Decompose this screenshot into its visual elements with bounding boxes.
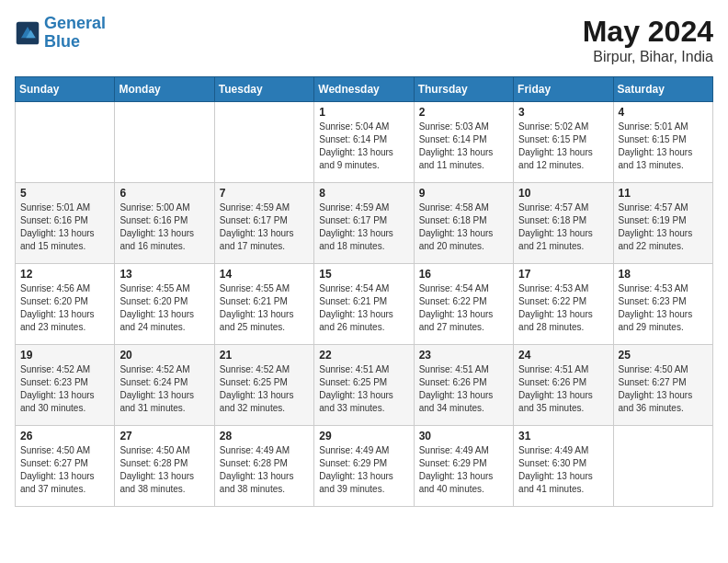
calendar-cell: 27Sunrise: 4:50 AM Sunset: 6:28 PM Dayli… <box>115 426 214 507</box>
day-info: Sunrise: 4:54 AM Sunset: 6:22 PM Dayligh… <box>419 282 508 334</box>
day-info: Sunrise: 5:01 AM Sunset: 6:16 PM Dayligh… <box>20 201 109 253</box>
day-number: 24 <box>518 349 608 362</box>
calendar-cell: 9Sunrise: 4:58 AM Sunset: 6:18 PM Daylig… <box>414 183 513 264</box>
day-info: Sunrise: 5:00 AM Sunset: 6:16 PM Dayligh… <box>119 201 209 253</box>
calendar-cell <box>115 102 214 183</box>
calendar-cell: 21Sunrise: 4:52 AM Sunset: 6:25 PM Dayli… <box>214 345 313 426</box>
day-info: Sunrise: 4:49 AM Sunset: 6:29 PM Dayligh… <box>319 444 408 496</box>
calendar-table: SundayMondayTuesdayWednesdayThursdayFrid… <box>15 76 713 507</box>
dow-header-saturday: Saturday <box>613 77 712 102</box>
day-info: Sunrise: 5:02 AM Sunset: 6:15 PM Dayligh… <box>518 121 608 172</box>
day-number: 6 <box>119 187 209 200</box>
day-info: Sunrise: 4:51 AM Sunset: 6:26 PM Dayligh… <box>518 363 608 415</box>
day-number: 21 <box>220 349 309 362</box>
day-info: Sunrise: 4:49 AM Sunset: 6:30 PM Dayligh… <box>518 444 608 496</box>
logo-icon <box>15 20 40 46</box>
day-number: 16 <box>419 268 508 281</box>
calendar-cell: 29Sunrise: 4:49 AM Sunset: 6:29 PM Dayli… <box>314 426 414 507</box>
calendar-cell: 8Sunrise: 4:59 AM Sunset: 6:17 PM Daylig… <box>314 183 414 264</box>
day-info: Sunrise: 4:52 AM Sunset: 6:23 PM Dayligh… <box>20 363 109 415</box>
title-block: May 2024 Birpur, Bihar, India <box>583 15 713 65</box>
calendar-cell: 20Sunrise: 4:52 AM Sunset: 6:24 PM Dayli… <box>115 345 214 426</box>
dow-header-sunday: Sunday <box>16 77 115 102</box>
day-number: 22 <box>319 349 408 362</box>
day-number: 26 <box>20 430 109 442</box>
day-number: 8 <box>319 187 408 200</box>
day-info: Sunrise: 4:54 AM Sunset: 6:21 PM Dayligh… <box>319 282 408 334</box>
calendar-cell: 5Sunrise: 5:01 AM Sunset: 6:16 PM Daylig… <box>16 183 115 264</box>
day-number: 14 <box>220 268 309 281</box>
day-number: 17 <box>518 268 608 281</box>
dow-header-friday: Friday <box>514 77 613 102</box>
calendar-cell: 22Sunrise: 4:51 AM Sunset: 6:25 PM Dayli… <box>314 345 414 426</box>
calendar-cell: 30Sunrise: 4:49 AM Sunset: 6:29 PM Dayli… <box>414 426 513 507</box>
calendar-cell: 10Sunrise: 4:57 AM Sunset: 6:18 PM Dayli… <box>514 183 613 264</box>
calendar-cell: 7Sunrise: 4:59 AM Sunset: 6:17 PM Daylig… <box>214 183 313 264</box>
calendar-cell <box>16 102 115 183</box>
day-info: Sunrise: 4:49 AM Sunset: 6:29 PM Dayligh… <box>419 444 508 496</box>
day-info: Sunrise: 4:57 AM Sunset: 6:18 PM Dayligh… <box>518 201 608 253</box>
day-number: 1 <box>319 106 408 119</box>
calendar-cell: 14Sunrise: 4:55 AM Sunset: 6:21 PM Dayli… <box>214 264 313 345</box>
day-number: 18 <box>619 268 708 281</box>
calendar-cell: 31Sunrise: 4:49 AM Sunset: 6:30 PM Dayli… <box>514 426 613 507</box>
day-number: 9 <box>419 187 508 200</box>
calendar-cell: 28Sunrise: 4:49 AM Sunset: 6:28 PM Dayli… <box>214 426 313 507</box>
dow-header-tuesday: Tuesday <box>214 77 313 102</box>
day-number: 11 <box>619 187 708 200</box>
day-number: 19 <box>20 349 109 362</box>
calendar-cell: 25Sunrise: 4:50 AM Sunset: 6:27 PM Dayli… <box>613 345 712 426</box>
calendar-cell: 18Sunrise: 4:53 AM Sunset: 6:23 PM Dayli… <box>613 264 712 345</box>
day-info: Sunrise: 4:50 AM Sunset: 6:27 PM Dayligh… <box>619 363 708 415</box>
dow-header-monday: Monday <box>115 77 214 102</box>
day-number: 2 <box>419 106 508 119</box>
day-number: 5 <box>20 187 109 200</box>
day-number: 15 <box>319 268 408 281</box>
day-number: 30 <box>419 430 508 442</box>
calendar-cell <box>613 426 712 507</box>
logo-text: General Blue <box>44 15 106 52</box>
day-info: Sunrise: 5:03 AM Sunset: 6:14 PM Dayligh… <box>419 121 508 172</box>
calendar-cell: 15Sunrise: 4:54 AM Sunset: 6:21 PM Dayli… <box>314 264 414 345</box>
day-info: Sunrise: 5:04 AM Sunset: 6:14 PM Dayligh… <box>319 121 408 172</box>
calendar-cell: 17Sunrise: 4:53 AM Sunset: 6:22 PM Dayli… <box>514 264 613 345</box>
day-info: Sunrise: 4:56 AM Sunset: 6:20 PM Dayligh… <box>20 282 109 334</box>
calendar-cell: 19Sunrise: 4:52 AM Sunset: 6:23 PM Dayli… <box>16 345 115 426</box>
day-info: Sunrise: 4:49 AM Sunset: 6:28 PM Dayligh… <box>220 444 309 496</box>
day-info: Sunrise: 4:52 AM Sunset: 6:25 PM Dayligh… <box>220 363 309 415</box>
day-info: Sunrise: 4:59 AM Sunset: 6:17 PM Dayligh… <box>319 201 408 253</box>
day-number: 7 <box>220 187 309 200</box>
day-number: 10 <box>518 187 608 200</box>
day-info: Sunrise: 4:51 AM Sunset: 6:26 PM Dayligh… <box>419 363 508 415</box>
day-info: Sunrise: 4:55 AM Sunset: 6:21 PM Dayligh… <box>220 282 309 334</box>
day-number: 29 <box>319 430 408 442</box>
calendar-cell: 26Sunrise: 4:50 AM Sunset: 6:27 PM Dayli… <box>16 426 115 507</box>
dow-header-thursday: Thursday <box>414 77 513 102</box>
day-info: Sunrise: 5:01 AM Sunset: 6:15 PM Dayligh… <box>619 121 708 172</box>
day-info: Sunrise: 4:55 AM Sunset: 6:20 PM Dayligh… <box>119 282 209 334</box>
day-info: Sunrise: 4:50 AM Sunset: 6:28 PM Dayligh… <box>119 444 209 496</box>
day-info: Sunrise: 4:58 AM Sunset: 6:18 PM Dayligh… <box>419 201 508 253</box>
dow-header-wednesday: Wednesday <box>314 77 414 102</box>
day-number: 20 <box>119 349 209 362</box>
calendar-cell: 12Sunrise: 4:56 AM Sunset: 6:20 PM Dayli… <box>16 264 115 345</box>
day-info: Sunrise: 4:57 AM Sunset: 6:19 PM Dayligh… <box>619 201 708 253</box>
day-info: Sunrise: 4:50 AM Sunset: 6:27 PM Dayligh… <box>20 444 109 496</box>
day-number: 27 <box>119 430 209 442</box>
day-number: 25 <box>619 349 708 362</box>
day-number: 31 <box>518 430 608 442</box>
calendar-cell <box>214 102 313 183</box>
calendar-cell: 11Sunrise: 4:57 AM Sunset: 6:19 PM Dayli… <box>613 183 712 264</box>
location-title: Birpur, Bihar, India <box>583 49 713 65</box>
day-number: 13 <box>119 268 209 281</box>
calendar-cell: 6Sunrise: 5:00 AM Sunset: 6:16 PM Daylig… <box>115 183 214 264</box>
day-number: 3 <box>518 106 608 119</box>
day-number: 4 <box>619 106 708 119</box>
calendar-cell: 13Sunrise: 4:55 AM Sunset: 6:20 PM Dayli… <box>115 264 214 345</box>
day-info: Sunrise: 4:51 AM Sunset: 6:25 PM Dayligh… <box>319 363 408 415</box>
day-number: 28 <box>220 430 309 442</box>
calendar-cell: 2Sunrise: 5:03 AM Sunset: 6:14 PM Daylig… <box>414 102 513 183</box>
calendar-cell: 23Sunrise: 4:51 AM Sunset: 6:26 PM Dayli… <box>414 345 513 426</box>
day-number: 23 <box>419 349 508 362</box>
calendar-cell: 4Sunrise: 5:01 AM Sunset: 6:15 PM Daylig… <box>613 102 712 183</box>
